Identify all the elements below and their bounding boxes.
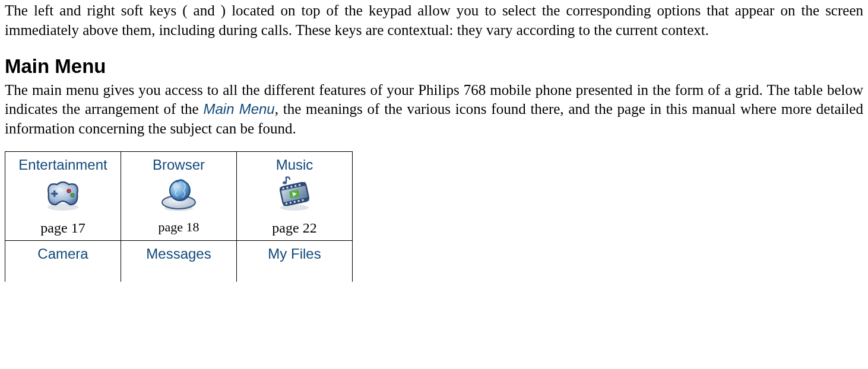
table-row: Camera Messages My Files: [5, 240, 353, 282]
cell-music: Music: [237, 152, 353, 240]
svg-rect-14: [290, 186, 293, 188]
cell-title: Camera: [37, 246, 88, 262]
svg-point-7: [170, 180, 190, 201]
cell-title: Entertainment: [18, 157, 107, 173]
table-row: Entertainment: [5, 152, 353, 240]
svg-rect-2: [51, 193, 58, 195]
main-menu-paragraph: The main menu gives you access to all th…: [5, 81, 863, 139]
cell-page: page 17: [8, 219, 118, 237]
svg-point-23: [283, 181, 287, 184]
svg-rect-21: [302, 199, 304, 201]
main-menu-heading: Main Menu: [5, 54, 863, 79]
cell-title: Music: [276, 157, 313, 173]
cell-page: page 22: [239, 219, 350, 237]
svg-rect-19: [293, 201, 296, 203]
svg-rect-16: [299, 184, 301, 186]
cell-browser: Browser: [121, 152, 237, 240]
soft-keys-paragraph: The left and right soft keys ( and ) loc…: [5, 1, 863, 40]
cell-messages: Messages: [121, 240, 237, 282]
cell-entertainment: Entertainment: [5, 152, 121, 240]
cell-my-files: My Files: [237, 240, 353, 282]
cell-page: page 18: [123, 219, 234, 236]
svg-rect-12: [282, 187, 284, 190]
svg-rect-15: [294, 184, 297, 187]
main-menu-italic: Main Menu: [203, 101, 274, 117]
svg-rect-18: [290, 202, 292, 204]
svg-rect-20: [297, 200, 300, 202]
cell-title: Browser: [153, 157, 205, 173]
gamepad-icon: [8, 176, 118, 217]
cell-camera: Camera: [5, 240, 121, 282]
main-menu-table: Entertainment: [5, 151, 353, 282]
svg-point-3: [67, 189, 71, 193]
cell-title: Messages: [146, 246, 211, 262]
cell-title: My Files: [268, 246, 321, 262]
globe-icon: [123, 176, 234, 217]
svg-rect-17: [286, 202, 288, 205]
media-icon: [239, 176, 350, 217]
svg-rect-13: [286, 186, 289, 189]
svg-point-4: [71, 193, 74, 197]
